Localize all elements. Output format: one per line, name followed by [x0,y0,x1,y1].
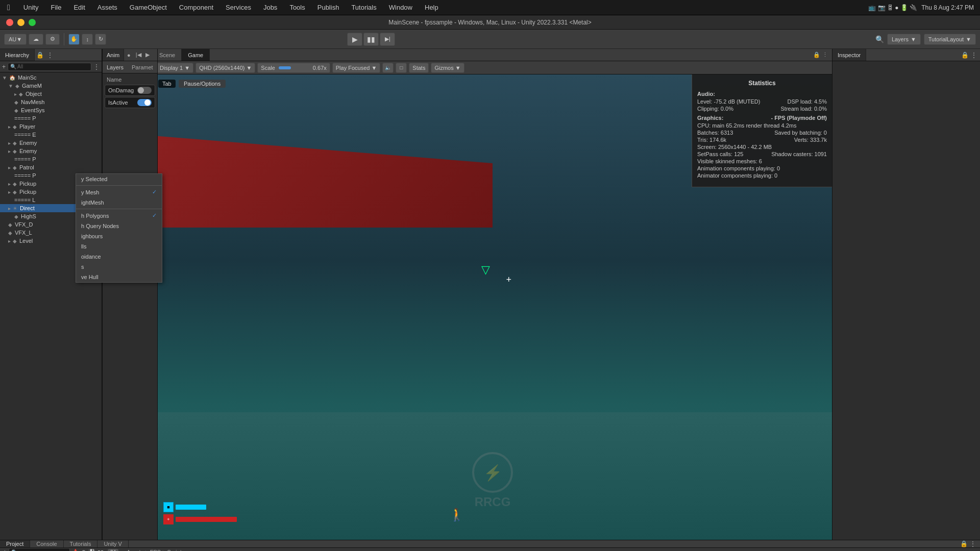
hierarchy-lock-icon[interactable]: 🔒 [35,49,45,61]
hier-item-sep2[interactable]: ===== E [0,131,102,139]
scale-slider[interactable] [279,66,309,69]
search-button[interactable]: 🔍 [875,35,884,43]
hierarchy-menu-icon[interactable]: ⋮ [45,49,55,61]
settings-button[interactable]: ⚙ [45,34,60,45]
menu-component[interactable]: Component [173,0,219,15]
display-dropdown[interactable]: Display 1 ▼ [156,63,193,73]
menu-tutorials[interactable]: Tutorials [345,0,382,15]
play-focused-dropdown[interactable]: Play Focused ▼ [332,63,381,73]
tab-anim[interactable]: Anim [103,49,124,61]
hier-item-mainsc[interactable]: ▼ 🏠 MainSc [0,73,102,82]
menu-jobs[interactable]: Jobs [257,0,283,15]
maximize-button[interactable] [29,19,36,26]
ctx-convexhull[interactable]: ve Hull [76,272,162,282]
anim-play-button[interactable]: ▶ [143,49,152,61]
scale-control[interactable]: Scale 0.67x [257,63,330,73]
tab-project[interactable]: Project [0,540,30,547]
step-button[interactable]: ▶| [380,33,395,46]
ctx-avoidance[interactable]: oidance [76,252,162,262]
gizmos-dropdown[interactable]: Gizmos ▼ [431,63,464,73]
hier-item-sep3[interactable]: ===== P [0,155,102,163]
anim-row: Animation components playing: 0 [697,165,827,171]
tab-parameters[interactable]: Paramet [128,61,157,73]
hier-item-enemy2[interactable]: ▸ ◆ Enemy [0,147,102,155]
menu-window[interactable]: Window [383,0,419,15]
tab-tutorials[interactable]: Tutorials [64,540,98,547]
red-bar-icon: + [163,514,174,524]
mute-button[interactable]: 🔈 [382,63,394,73]
isactive-toggle[interactable] [137,99,152,106]
play-button[interactable]: ▶ [347,33,362,46]
scene-lock-icon[interactable]: 🔒 [813,52,820,58]
project-save-button[interactable]: 💾 [88,549,95,552]
apple-menu[interactable]:  [0,3,17,12]
tab-console[interactable]: Console [30,540,63,547]
ctx-lightmesh[interactable]: ightMesh [76,197,162,208]
anim-record-button[interactable]: ● [124,49,134,61]
minimize-button[interactable] [17,19,24,26]
menu-unity[interactable]: Unity [17,0,45,15]
hierarchy-options-icon[interactable]: ⋮ [93,63,100,70]
tab-badge: Tab [158,80,176,88]
layers-dropdown[interactable]: Layers ▼ [887,34,921,45]
hierarchy-search-input[interactable]: 🔍 All [8,63,91,71]
menu-assets[interactable]: Assets [91,0,124,15]
project-import-button[interactable]: 📥 [72,549,79,552]
hier-item-eventsys[interactable]: ◆ EventSys [0,106,102,114]
hier-item-patrol[interactable]: ▸ ◆ Patrol [0,163,102,171]
project-search-input[interactable]: 🔍 [9,548,70,551]
ctx-mesh[interactable]: y Mesh ✓ [76,187,162,197]
ctx-walls[interactable]: lls [76,241,162,252]
hier-item-player[interactable]: ▸ ◆ Player [0,122,102,131]
menu-edit[interactable]: Edit [67,0,91,15]
hier-item-sep1[interactable]: ===== P [0,114,102,122]
tab-inspector[interactable]: Inspector [832,49,866,61]
ctx-polygons[interactable]: h Polygons ✓ [76,210,162,221]
tab-game[interactable]: Game [182,49,210,61]
menu-publish[interactable]: Publish [311,0,346,15]
tab-unity-v[interactable]: Unity V [97,540,128,547]
hier-item-gamem[interactable]: ▼ ◆ GameM [0,82,102,90]
inspector-lock-icon[interactable]: 🔒 [961,52,969,59]
hier-item-enemy1[interactable]: ▸ ◆ Enemy [0,139,102,147]
cloud-button[interactable]: ☁ [29,34,43,45]
isactive-field[interactable]: IsActive [105,97,155,108]
scroll-up-icon[interactable]: ▲ [188,549,194,551]
stats-button[interactable]: Stats [409,63,429,73]
scene-menu-icon[interactable]: ⋮ [822,52,828,58]
vsync-button[interactable]: □ [396,63,407,73]
ondamage-field[interactable]: OnDamag [105,85,155,96]
hier-item-object[interactable]: ▸ ◆ Object [0,90,102,98]
rotate-tool-button[interactable]: ↻ [95,34,106,45]
project-add-button[interactable]: + [3,548,7,551]
hier-item-navmesh[interactable]: ◆ NavMesh [0,98,102,106]
bottom-menu-icon[interactable]: ⋮ [970,540,976,547]
search-icon: 🔍 [11,549,17,552]
bottom-lock-icon[interactable]: 🔒 [960,540,968,547]
ctx-s[interactable]: s [76,262,162,272]
menu-tools[interactable]: Tools [283,0,311,15]
menu-services[interactable]: Services [219,0,257,15]
hand-tool-button[interactable]: ✋ [68,34,80,45]
menu-file[interactable]: File [44,0,67,15]
project-pause-button[interactable]: ▮▮ [97,549,104,552]
hierarchy-add-button[interactable]: + [2,63,6,70]
au-dropdown[interactable]: AU ▼ [4,34,27,45]
tab-hierarchy[interactable]: Hierarchy [0,49,35,61]
ctx-querynodes[interactable]: h Query Nodes [76,221,162,231]
anim-rewind-button[interactable]: |◀ [134,49,143,61]
menu-help[interactable]: Help [419,0,445,15]
ctx-neighbours[interactable]: ighbours [76,231,162,241]
tab-layers[interactable]: Layers [103,61,128,73]
ctx-selected[interactable]: y Selected [76,174,162,184]
inspector-menu-icon[interactable]: ⋮ [971,52,977,59]
layout-dropdown[interactable]: TutorialLayout ▼ [924,34,976,45]
resolution-dropdown[interactable]: QHD (2560x1440) ▼ [195,63,255,73]
move-tool-button[interactable]: ↕ [82,34,93,45]
close-button[interactable] [6,19,13,26]
ondamage-toggle[interactable] [137,87,152,94]
pause-button[interactable]: ▮▮ [363,33,379,46]
project-tools-button[interactable]: ⚙ [81,549,86,552]
menu-gameobject[interactable]: GameObject [124,0,173,15]
bottom-options: 🔒 ⋮ [960,540,980,547]
